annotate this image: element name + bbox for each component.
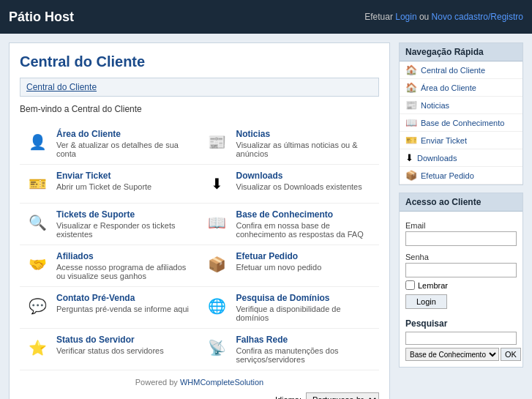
sidebar-nav-item[interactable]: 🎫 Enviar Ticket <box>400 132 522 149</box>
sidebar-nav-item[interactable]: 📰 Noticias <box>400 97 522 114</box>
sidebar-nav-icon: 📖 <box>405 117 417 128</box>
whmcs-link[interactable]: WHMCompleteSolution <box>180 378 263 387</box>
password-input[interactable] <box>405 263 517 277</box>
feature-link[interactable]: Enviar Ticket <box>56 171 110 181</box>
feature-icon: ⭐ <box>24 335 50 361</box>
feature-desc: Visualizar e Responder os tickets existe… <box>56 221 195 239</box>
login-link[interactable]: Login <box>395 12 416 22</box>
feature-text: Afiliados Acesse nosso programa de afili… <box>56 251 195 280</box>
feature-text: Efetuar Pedido Efetuar um novo pedido <box>236 251 322 272</box>
feature-desc: Acesse nosso programa de afiliados ou vi… <box>56 263 195 280</box>
register-link[interactable]: Novo cadastro/Registro <box>432 12 523 22</box>
feature-link[interactable]: Pesquisa de Domínios <box>236 293 330 303</box>
breadcrumb-link[interactable]: Central do Cliente <box>26 82 97 92</box>
feature-item: 🌐 Pesquisa de Domínios Verifique a dispo… <box>200 287 380 329</box>
feature-link[interactable]: Noticias <box>236 129 271 139</box>
feature-desc: Confira em nossa base de conhecimento as… <box>236 221 375 239</box>
search-row: Base de Conhecimento OK <box>405 348 517 361</box>
feature-link[interactable]: Status do Servidor <box>56 335 135 345</box>
login-form: Email Senha Lembrar Login <box>400 212 522 315</box>
sidebar-nav-icon: 🎫 <box>405 135 417 146</box>
idioma-label: Idioma: <box>275 395 301 399</box>
feature-link[interactable]: Downloads <box>236 171 283 181</box>
feature-icon: 📰 <box>204 129 231 155</box>
remember-checkbox[interactable] <box>405 280 415 290</box>
feature-link[interactable]: Efetuar Pedido <box>236 251 299 261</box>
feature-icon: 📖 <box>204 209 231 236</box>
feature-text: Tickets de Suporte Visualizar e Responde… <box>56 209 195 239</box>
feature-desc: Ver & atualizar os detalhes de sua conta <box>56 141 195 158</box>
sidebar-nav-link[interactable]: Central do Cliente <box>421 66 485 75</box>
feature-icon: ⬇ <box>204 171 231 197</box>
sidebar-nav-link[interactable]: Área do Cliente <box>421 83 476 92</box>
nav-section: Navegação Rápida 🏠 Central do Cliente 🏠 … <box>399 42 523 185</box>
email-input[interactable] <box>405 231 517 246</box>
feature-icon: 🔍 <box>24 209 50 236</box>
feature-icon: 🌐 <box>204 293 231 319</box>
remember-row: Lembrar <box>405 280 517 290</box>
sidebar-nav-link[interactable]: Noticias <box>421 101 449 110</box>
header-links: Efetuar Login ou Novo cadastro/Registro <box>364 12 523 22</box>
feature-icon: 💬 <box>24 293 50 319</box>
feature-desc: Visualizar as últimas noticias ou & anún… <box>236 141 375 158</box>
sidebar-nav-link[interactable]: Base de Conhecimento <box>421 119 504 127</box>
sidebar-nav-link[interactable]: Efetuar Pedido <box>421 171 474 180</box>
sidebar-nav-link[interactable]: Downloads <box>417 154 457 163</box>
remember-label: Lembrar <box>418 281 448 290</box>
sidebar-nav-icon: 📦 <box>405 170 417 181</box>
feature-item: 🔍 Tickets de Suporte Visualizar e Respon… <box>20 204 200 245</box>
feature-desc: Efetuar um novo pedido <box>236 263 322 272</box>
idioma-select[interactable]: Portuguese-br <box>306 392 379 399</box>
sidebar-nav-item[interactable]: 📖 Base de Conhecimento <box>400 114 522 132</box>
feature-text: Status do Servidor Verificar status dos … <box>56 335 164 355</box>
sidebar-nav-item[interactable]: ⬇ Downloads <box>400 149 522 167</box>
feature-icon: 📦 <box>204 251 231 277</box>
feature-text: Pesquisa de Domínios Verifique a disponi… <box>236 293 375 322</box>
welcome-text: Bem-vindo a Central do Cliente <box>20 104 379 114</box>
login-button[interactable]: Login <box>405 294 447 309</box>
body-wrap: Central do Cliente Central do Cliente Be… <box>0 34 532 399</box>
access-section-title: Acesso ao Cliente <box>400 193 522 212</box>
page-title: Central do Cliente <box>20 53 379 70</box>
feature-item: 📰 Noticias Visualizar as últimas noticia… <box>200 123 380 165</box>
search-category-select[interactable]: Base de Conhecimento <box>405 348 499 361</box>
feature-link[interactable]: Falhas Rede <box>236 335 288 345</box>
feature-link[interactable]: Área do Cliente <box>56 129 121 139</box>
search-input[interactable] <box>405 332 517 345</box>
feature-link[interactable]: Tickets de Suporte <box>56 209 135 220</box>
site-title: Pátio Host <box>9 10 74 25</box>
sidebar-nav-item[interactable]: 🏠 Área do Cliente <box>400 79 522 97</box>
sidebar-nav-icon: ⬇ <box>405 152 413 163</box>
feature-item: 📡 Falhas Rede Confira as manutenções dos… <box>200 329 380 370</box>
search-section: Pesquisar Base de Conhecimento OK <box>400 315 522 367</box>
feature-desc: Abrir um Ticket de Suporte <box>56 182 151 191</box>
sidebar-nav-link[interactable]: Enviar Ticket <box>421 136 467 145</box>
sidebar-nav-item[interactable]: 🏠 Central do Cliente <box>400 61 522 79</box>
feature-link[interactable]: Afiliados <box>56 251 94 261</box>
feature-item: ⭐ Status do Servidor Verificar status do… <box>20 329 200 370</box>
feature-item: 💬 Contato Pré-Venda Perguntas pré-venda … <box>20 287 200 329</box>
feature-link[interactable]: Base de Conhecimento <box>236 209 334 220</box>
feature-desc: Visualizar os Downloads existentes <box>236 182 362 191</box>
idioma-row: Idioma: Portuguese-br <box>20 392 379 399</box>
breadcrumb: Central do Cliente <box>20 78 379 97</box>
feature-text: Falhas Rede Confira as manutenções dos s… <box>236 335 375 364</box>
feature-item: ⬇ Downloads Visualizar os Downloads exis… <box>200 165 380 204</box>
feature-text: Downloads Visualizar os Downloads existe… <box>236 171 362 191</box>
search-title: Pesquisar <box>405 315 517 332</box>
feature-text: Base de Conhecimento Confira em nossa ba… <box>236 209 375 239</box>
nav-section-title: Navegação Rápida <box>400 43 522 61</box>
sidebar-nav-item[interactable]: 📦 Efetuar Pedido <box>400 167 522 184</box>
feature-icon: 🤝 <box>24 251 50 277</box>
feature-text: Noticias Visualizar as últimas noticias … <box>236 129 375 158</box>
sidebar-nav-items: 🏠 Central do Cliente 🏠 Área do Cliente 📰… <box>400 61 522 184</box>
feature-item: 📦 Efetuar Pedido Efetuar um novo pedido <box>200 245 380 287</box>
feature-item: 👤 Área do Cliente Ver & atualizar os det… <box>20 123 200 165</box>
feature-text: Área do Cliente Ver & atualizar os detal… <box>56 129 195 158</box>
sidebar: Navegação Rápida 🏠 Central do Cliente 🏠 … <box>399 42 523 375</box>
senha-label: Senha <box>405 253 517 261</box>
feature-link[interactable]: Contato Pré-Venda <box>56 293 135 303</box>
feature-icon: 📡 <box>204 335 231 361</box>
search-button[interactable]: OK <box>501 348 521 361</box>
header: Pátio Host Efetuar Login ou Novo cadastr… <box>0 0 532 34</box>
